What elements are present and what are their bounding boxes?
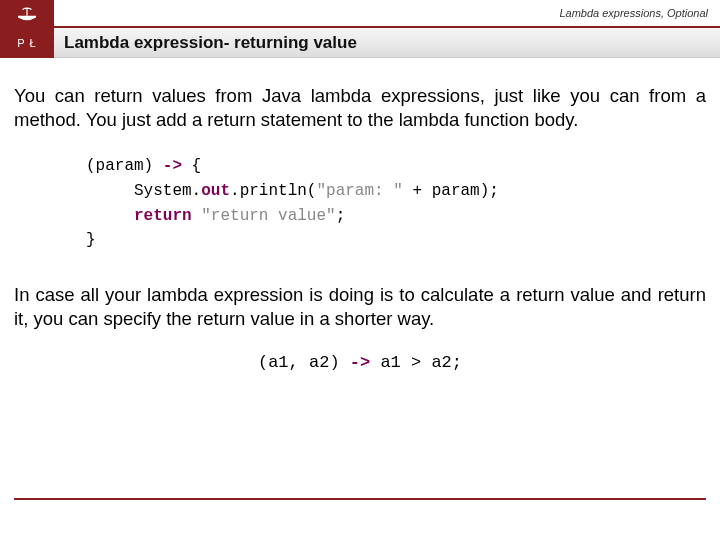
slide-title-text: Lambda expression- returning value [64,33,357,53]
paragraph-1: You can return values from Java lambda e… [14,84,706,132]
paragraph-2: In case all your lambda expression is do… [14,283,706,331]
code-string: "return value" [201,207,335,225]
code-text: + param); [403,182,499,200]
logo-letters-text: P Ł [17,37,36,49]
title-bar: P Ł Lambda expression- returning value [0,28,720,58]
code-text: (param) [86,157,163,175]
code-block-1: (param) -> { System.out.println("param: … [86,154,706,253]
code-text: ; [336,207,346,225]
code-string: "param: " [316,182,402,200]
code-text: { [182,157,201,175]
code-arrow: -> [350,353,370,372]
slide-title: Lambda expression- returning value [54,28,720,58]
code-text: a1 > a2; [370,353,462,372]
code-text: .println( [230,182,316,200]
code-field: out [201,182,230,200]
logo-emblem-top [0,0,54,28]
content-area: You can return values from Java lambda e… [0,58,720,382]
code-text: (a1, a2) [258,353,350,372]
breadcrumb: Lambda expressions, Optional [54,0,720,28]
code-text: } [86,231,96,249]
code-text [192,207,202,225]
code-arrow: -> [163,157,182,175]
logo-letters: P Ł [0,28,54,58]
code-text: System. [134,182,201,200]
bottom-divider [14,498,706,500]
boat-icon [16,5,38,23]
code-keyword-return: return [134,207,192,225]
top-bar: Lambda expressions, Optional [0,0,720,28]
breadcrumb-text: Lambda expressions, Optional [559,7,708,19]
code-block-2: (a1, a2) -> a1 > a2; [14,353,706,372]
